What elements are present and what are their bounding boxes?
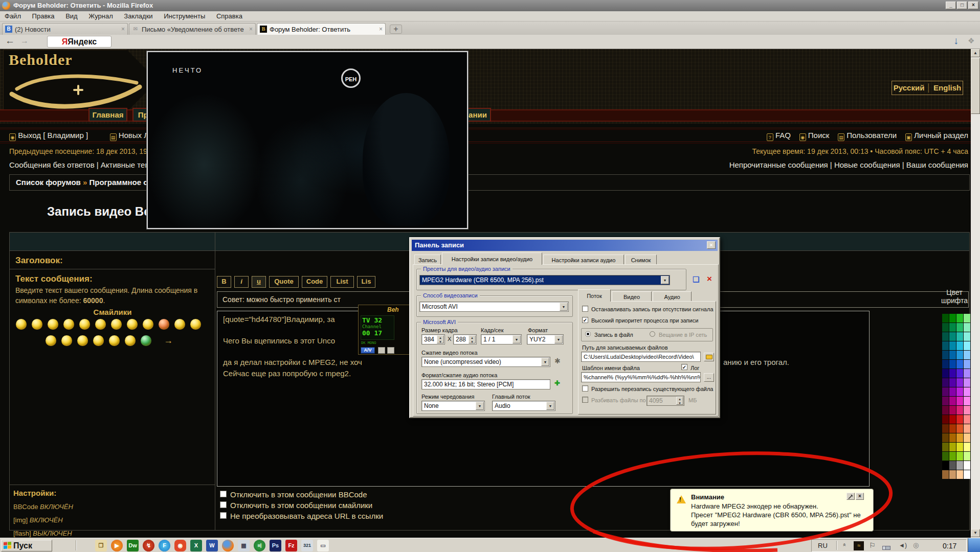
palette-color[interactable]: [942, 351, 949, 359]
new-tab-button[interactable]: +: [390, 25, 402, 34]
palette-color[interactable]: [964, 378, 970, 387]
dropdown-icon[interactable]: ▼: [541, 358, 549, 366]
smiley-icon[interactable]: [109, 335, 120, 346]
smiley-icon[interactable]: [174, 319, 185, 330]
warning-balloon[interactable]: ! Внимание Hardware MPEG2 энкодер не обн…: [670, 489, 874, 532]
scrollbar-thumb[interactable]: [971, 58, 980, 114]
dropdown-icon[interactable]: ▼: [476, 402, 484, 410]
media-player-icon[interactable]: ▶: [111, 540, 123, 551]
excel-icon[interactable]: X: [190, 540, 202, 551]
tape-icon[interactable]: ▭: [317, 540, 329, 551]
tab-forum-active[interactable]: B Форум Beholder: Ответить ×: [257, 23, 386, 35]
tab-stream[interactable]: Поток: [578, 289, 611, 302]
smiley-icon[interactable]: [190, 319, 201, 330]
video-player-window[interactable]: НЕЧТО РЕН: [147, 51, 468, 229]
dropdown-icon[interactable]: ▼: [554, 335, 563, 343]
method-combobox[interactable]: Microsoft AVI▼: [419, 302, 569, 312]
palette-color[interactable]: [942, 397, 949, 405]
nav-about-button[interactable]: ании: [464, 108, 491, 122]
palette-color[interactable]: [956, 443, 963, 451]
smiley-icon[interactable]: [79, 319, 90, 330]
smiley-icon[interactable]: [48, 319, 58, 330]
balloon-close-icon[interactable]: ×: [856, 493, 864, 500]
tv-button[interactable]: [387, 347, 394, 354]
tab-audio-settings[interactable]: Настройки записи аудио: [543, 255, 624, 265]
template-input[interactable]: %channel% (%yy%%mm%%dd%-%hh%%nn%: [581, 372, 701, 382]
bbcode-bold-button[interactable]: B: [217, 276, 231, 288]
palette-color[interactable]: [949, 461, 956, 470]
fps-combobox[interactable]: 1 / 1▼: [481, 334, 522, 344]
palette-color[interactable]: [956, 387, 963, 396]
record-to-file-radio[interactable]: [585, 331, 591, 337]
ucp-link[interactable]: Личный раздел: [914, 131, 968, 140]
disable-bbcode-checkbox[interactable]: [220, 491, 227, 497]
palette-color[interactable]: [964, 397, 970, 405]
audio-settings-icon[interactable]: ✚: [554, 379, 560, 387]
dialog-close-icon[interactable]: ×: [707, 241, 716, 249]
lang-russian-link[interactable]: Русский: [894, 83, 925, 92]
spinner-icons[interactable]: ▲▼: [676, 397, 683, 405]
palette-color[interactable]: [949, 387, 956, 396]
palette-color[interactable]: [949, 378, 956, 387]
smiley-icon[interactable]: [46, 335, 56, 346]
more-smilies-arrow[interactable]: →: [164, 335, 173, 346]
balloon-settings-icon[interactable]: [847, 493, 855, 500]
split-size-spinner[interactable]: 4095▲▼: [647, 396, 684, 406]
scroll-down-icon[interactable]: ▼: [971, 529, 980, 537]
palette-color[interactable]: [956, 433, 963, 442]
smiley-icon[interactable]: [143, 319, 153, 330]
palette-color[interactable]: [956, 424, 963, 433]
palette-color[interactable]: [956, 360, 963, 369]
bbcode-code-button[interactable]: Code: [302, 276, 327, 288]
smiley-icon[interactable]: [77, 335, 88, 346]
palette-color[interactable]: [956, 323, 963, 332]
palette-color[interactable]: [956, 470, 963, 479]
tray-expand-icon[interactable]: »: [841, 543, 847, 546]
smiley-icon[interactable]: [32, 319, 42, 330]
yandex-button[interactable]: ЯЯндекс: [47, 36, 112, 48]
palette-color[interactable]: [942, 332, 949, 341]
menu-history[interactable]: Журнал: [84, 11, 117, 21]
tab-video[interactable]: Видео: [612, 291, 652, 302]
smiley-icon[interactable]: [95, 319, 106, 330]
tab-close-icon[interactable]: ×: [249, 26, 253, 33]
recording-panel-dialog[interactable]: Панель записи × Запись Настройки записи …: [409, 237, 720, 418]
palette-color[interactable]: [964, 351, 970, 359]
palette-color[interactable]: [956, 415, 963, 424]
faq-link[interactable]: FAQ: [775, 131, 791, 140]
palette-color[interactable]: [964, 415, 970, 424]
menu-bookmarks[interactable]: Закладки: [119, 11, 157, 21]
spinner-icons[interactable]: ▲▼: [469, 335, 476, 343]
tab-record[interactable]: Запись: [414, 255, 441, 265]
palette-color[interactable]: [942, 452, 949, 461]
disable-urls-checkbox[interactable]: [220, 512, 227, 519]
palette-color[interactable]: [942, 443, 949, 451]
tab-audio[interactable]: Аудио: [653, 291, 692, 302]
high-priority-checkbox[interactable]: ✓: [582, 317, 588, 323]
palette-color[interactable]: [956, 332, 963, 341]
antivirus-tray-icon[interactable]: ◎: [913, 541, 919, 549]
smiley-icon[interactable]: [16, 319, 27, 330]
tab-close-icon[interactable]: ×: [379, 26, 383, 33]
palette-color[interactable]: [949, 341, 956, 350]
network-tray-icon[interactable]: [882, 543, 890, 552]
palette-color[interactable]: [949, 397, 956, 405]
tv-av-button[interactable]: A/V: [361, 347, 375, 354]
back-icon[interactable]: ←: [5, 35, 15, 47]
palette-color[interactable]: [964, 387, 970, 396]
smiley-icon[interactable]: [93, 335, 104, 346]
download-master-icon[interactable]: ↯: [143, 540, 154, 551]
palette-color[interactable]: [942, 415, 949, 424]
beholder-logo[interactable]: Beholder: [3, 50, 158, 112]
firefox-icon[interactable]: [222, 540, 234, 551]
overwrite-checkbox[interactable]: [582, 385, 588, 392]
maximize-icon[interactable]: □: [957, 2, 967, 9]
smiley-icon[interactable]: [61, 335, 72, 346]
palette-color[interactable]: [949, 332, 956, 341]
bbcode-quote-button[interactable]: Quote: [269, 276, 299, 288]
smiley-icon[interactable]: [125, 335, 136, 346]
palette-color[interactable]: [956, 369, 963, 378]
menu-edit[interactable]: Правка: [28, 11, 59, 21]
photoshop-icon[interactable]: Ps: [270, 540, 281, 551]
delete-preset-icon[interactable]: ×: [707, 274, 712, 284]
